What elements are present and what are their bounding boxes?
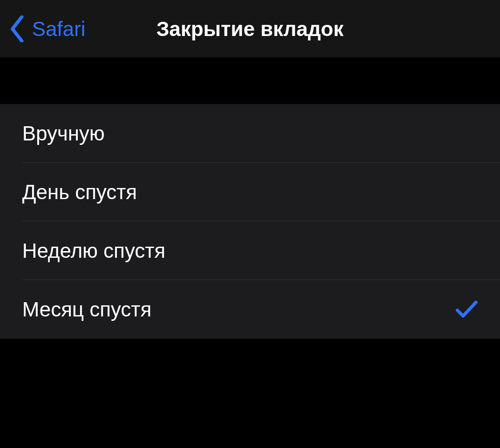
back-label: Safari (32, 17, 85, 41)
chevron-left-icon (9, 16, 27, 42)
option-label: Вручную (22, 121, 105, 145)
navbar: Safari Закрытие вкладок (0, 0, 500, 58)
back-button[interactable]: Safari (9, 16, 85, 42)
option-label: Неделю спустя (22, 239, 165, 263)
option-one-month[interactable]: Месяц спустя (0, 280, 500, 339)
option-manual[interactable]: Вручную (0, 104, 500, 163)
checkmark-icon (456, 300, 478, 319)
option-label: Месяц спустя (22, 297, 152, 321)
option-label: День спустя (22, 180, 137, 204)
page-title: Закрытие вкладок (156, 17, 344, 41)
spacer (0, 58, 500, 104)
option-one-week[interactable]: Неделю спустя (0, 221, 500, 280)
option-one-day[interactable]: День спустя (0, 163, 500, 221)
options-list: Вручную День спустя Неделю спустя Месяц … (0, 104, 500, 339)
